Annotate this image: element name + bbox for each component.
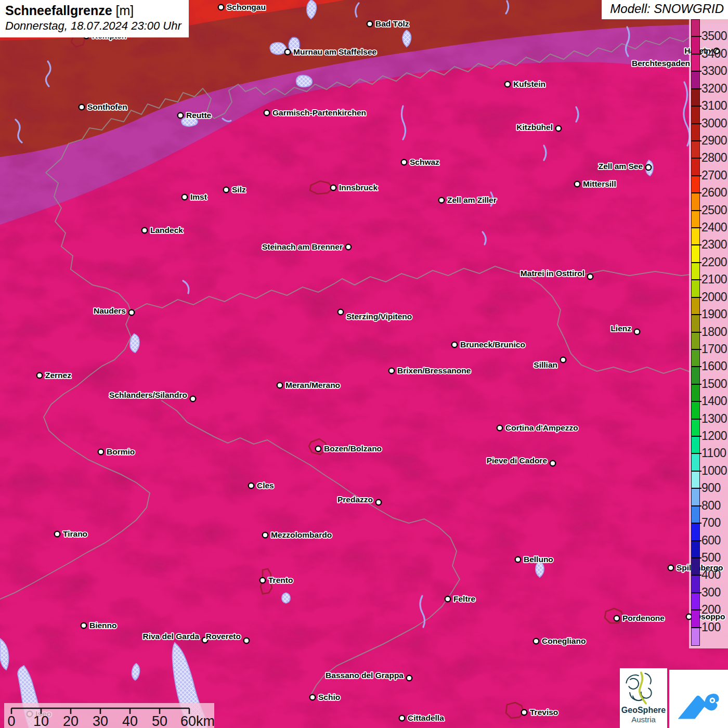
legend-tick — [691, 488, 701, 489]
scalebar-label: 40 — [122, 713, 138, 728]
city-berchtesgaden: Berchtesgaden — [632, 59, 698, 68]
legend-color-segment — [692, 280, 699, 298]
map-title-box: Schneefallgrenze [m] Donnerstag, 18.07.2… — [0, 0, 189, 37]
city-dot — [37, 373, 43, 379]
city-dot — [614, 616, 620, 621]
city-dot — [55, 531, 60, 537]
legend-color-segment — [692, 420, 699, 437]
legend-colorbar: 3500340033003200310030002900280027002600… — [691, 19, 728, 648]
city-garmisch-partenkirchen: Garmisch-Partenkirchen — [264, 108, 366, 117]
legend-tick — [691, 210, 701, 211]
legend-value: 1600 — [701, 359, 727, 373]
legend-value: 3400 — [701, 47, 727, 61]
legend-tick — [691, 54, 701, 55]
city-dot — [505, 82, 511, 87]
legend-tick — [691, 314, 701, 315]
city-label: Sonthofen — [87, 102, 127, 111]
city-dot — [190, 396, 196, 402]
city-dot — [556, 126, 562, 132]
city-bruneck-brunico: Bruneck/Brunico — [452, 340, 525, 349]
city-dot — [561, 357, 566, 363]
legend-value: 3500 — [701, 29, 727, 43]
city-label: Bormio — [107, 447, 135, 456]
city-label: Rovereto — [206, 632, 241, 641]
legend-value: 800 — [701, 499, 721, 513]
city-dot — [346, 244, 352, 250]
legend-value: 2100 — [701, 272, 727, 287]
legend-tick — [691, 158, 701, 159]
legend-color-segment — [692, 193, 699, 211]
legend-value: 1500 — [701, 377, 727, 391]
legend-value: 3200 — [701, 82, 727, 96]
legend-color-segment — [692, 524, 699, 541]
city-zell-am-ziller: Zell am Ziller — [439, 196, 497, 204]
legend-value: 600 — [701, 534, 721, 548]
legend-tick — [691, 262, 701, 263]
legend-tick — [691, 332, 701, 333]
city-label: Kitzbühel — [516, 123, 553, 132]
legend-value: 1700 — [701, 342, 727, 356]
legend-value: 3000 — [701, 116, 727, 131]
city-label: Murnau am Staffelsee — [293, 47, 377, 56]
city-label: Cortina d'Ampezzo — [505, 423, 578, 432]
city-label: Silz — [232, 185, 246, 194]
city-label: Cittadella — [408, 713, 444, 722]
avalanche-logo-box — [669, 670, 728, 728]
legend-tick — [691, 453, 701, 454]
city-label: Zell am Ziller — [447, 196, 497, 204]
legend-tick — [691, 436, 701, 437]
legend-color-segment — [692, 333, 699, 350]
city-label: Schongau — [227, 3, 266, 11]
city-label: Belluno — [524, 555, 553, 564]
legend-color-segment — [692, 55, 699, 72]
city-label: Predazzo — [337, 495, 373, 504]
city-dot — [338, 309, 344, 315]
model-label: Modell: SNOWGRID — [602, 0, 728, 19]
legend-value: 2400 — [701, 220, 727, 235]
city-label: Schwaz — [410, 158, 439, 166]
city-dot — [534, 639, 539, 644]
city-label: Riva del Garda — [142, 632, 199, 641]
legend-tick — [691, 419, 701, 420]
legend-color-segment — [692, 20, 699, 37]
weather-map-page: SchongauKemptenBad TölzMurnau am Staffel… — [0, 0, 728, 728]
legend-color-segment — [692, 298, 699, 316]
city-dot — [316, 446, 321, 452]
city-dot — [452, 342, 458, 348]
city-label: Conegliano — [542, 636, 586, 645]
city-dot — [182, 194, 188, 200]
legend-color-segment — [692, 385, 699, 402]
legend-value: 2300 — [701, 238, 727, 252]
legend-tick — [691, 244, 701, 245]
map-canvas: SchongauKemptenBad TölzMurnau am Staffel… — [0, 0, 728, 728]
city-dot — [277, 383, 283, 388]
city-dot — [407, 675, 412, 681]
legend-value: 500 — [701, 551, 721, 565]
legend-tick — [691, 471, 701, 472]
city-label: Meran/Merano — [285, 381, 340, 389]
legend-color-segment — [692, 350, 699, 368]
legend-color-segment — [692, 37, 699, 55]
legend-tick — [691, 384, 701, 385]
city-dot — [399, 716, 405, 721]
city-label: Treviso — [530, 708, 558, 717]
city-label: Landeck — [150, 226, 183, 235]
city-label: Zell am See — [599, 162, 643, 171]
scalebar-label: 30 — [93, 713, 108, 728]
legend-tick — [691, 592, 701, 593]
legend-tick — [691, 71, 701, 72]
legend-tick — [691, 88, 701, 89]
city-dot — [331, 185, 336, 191]
city-label: Pordenone — [622, 614, 665, 622]
city-dot — [142, 228, 148, 233]
city-dot — [218, 5, 224, 10]
legend-color-segment — [692, 593, 699, 611]
legend-tick — [691, 401, 701, 402]
city-dot — [497, 425, 503, 431]
legend-value: 3300 — [701, 64, 727, 78]
city-label: Garmisch-Partenkirchen — [272, 108, 366, 117]
geosphere-contours-icon — [620, 668, 656, 706]
legend-value: 2600 — [701, 186, 727, 200]
avalanche-mountain-icon — [674, 674, 724, 724]
scalebar-label: 60km — [180, 713, 214, 728]
